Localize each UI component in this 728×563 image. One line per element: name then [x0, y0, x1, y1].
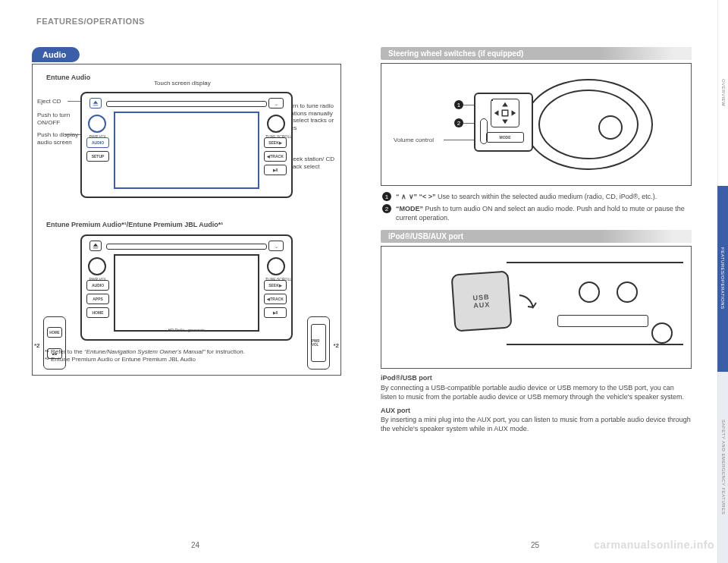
eject-button-icon — [89, 98, 102, 109]
usb-aux-cover: USB AUX — [450, 271, 512, 332]
dash-slot-icon — [557, 315, 648, 327]
side-tab-strip: OVERVIEW FEATURES/OPERATIONS SAFETY AND … — [717, 0, 728, 563]
cd-slot-2 — [106, 244, 267, 250]
corner-button-icon: ⌄ — [268, 98, 284, 109]
right-button-stack-2: SEEK▶ ◀TRACK ▶II — [264, 280, 287, 318]
touch-screen-display-2: HD Radio ●gracenote — [114, 254, 259, 332]
pwr-vol-button-side: PWR VOL — [311, 324, 326, 362]
footnote-1b: for instruction. — [205, 348, 244, 355]
asterisk-2-left: *2 — [34, 342, 40, 349]
aux-label: AUX — [473, 301, 491, 310]
section-bar-usb: iPod®/USB/AUX port — [381, 230, 692, 243]
callout-number-2: 2 — [454, 118, 463, 127]
callout-power: Push to turn ON/OFF — [37, 112, 83, 126]
right-button-stack: SEEK▶ ◀TRACK ▶II — [264, 137, 287, 175]
callout-tune: Turn to tune radio stations manually or … — [286, 102, 337, 131]
track-button-2: ◀TRACK — [264, 294, 287, 304]
side-tab-safety: SAFETY AND EMERGENCY FEATURES — [717, 372, 728, 563]
item-1-body: Use to search within the selected audio … — [438, 193, 657, 200]
arrow-icon — [516, 292, 539, 315]
audio-unit-2: ⌄ PWR·VOL TUNE·SCROLL AUDIO APPS HOME SE… — [80, 234, 293, 341]
ipod-usb-head: iPod®/USB port — [381, 373, 692, 382]
ipod-usb-paragraph: iPod®/USB port By connecting a USB-compa… — [381, 373, 692, 401]
seek-button: SEEK▶ — [264, 137, 287, 148]
playpause-button-2: ▶II — [264, 307, 287, 318]
section-bar-steering: Steering wheel switches (if equipped) — [381, 47, 692, 60]
cd-slot — [106, 101, 267, 107]
apps-button: APPS — [86, 294, 109, 304]
seek-button-2: SEEK▶ — [264, 280, 287, 291]
right-column: Steering wheel switches (if equipped) MO… — [381, 47, 692, 433]
callout-seek: Seek station/ CD track select — [289, 156, 337, 170]
callout-eject: Eject CD — [37, 98, 61, 105]
track-button: ◀TRACK — [264, 151, 287, 162]
tune-scroll-knob-2 — [267, 257, 285, 275]
steering-logo-icon — [598, 115, 623, 140]
item-2-body: Push to turn audio ON and select an audi… — [396, 205, 685, 222]
steering-figure-box: MODE 1 2 Volume control — [381, 63, 692, 186]
item-2-number: 2 — [382, 204, 391, 213]
footnotes: *¹ Refer to the “Entune/Navigation Syste… — [45, 348, 333, 364]
usb-figure: USB AUX — [389, 254, 683, 360]
home-button: HOME — [86, 307, 109, 318]
audio-diagram-box: Entune Audio Touch screen display Eject … — [32, 64, 341, 376]
mode-button: MODE — [486, 132, 524, 143]
tune-scroll-knob — [267, 115, 285, 133]
hd-radio-logo: HD Radio ●gracenote — [168, 328, 205, 332]
steering-body-list: 1 “ ∧ ∨” “< >” Use to search within the … — [382, 192, 692, 222]
steering-item-2: 2 “MODE” Push to turn audio ON and selec… — [382, 204, 692, 222]
unit2-title: Entune Premium Audio*¹/Entune Premium JB… — [46, 221, 333, 228]
direction-pad — [491, 99, 519, 127]
aux-head: AUX port — [381, 406, 692, 415]
aux-paragraph: AUX port By inserting a mini plug into t… — [381, 406, 692, 433]
page-section-header: FEATURES/OPERATIONS — [36, 17, 145, 26]
callout-touchscreen: Touch screen display — [154, 80, 211, 87]
asterisk-2-right: *2 — [333, 342, 339, 349]
side-control-right: PWR VOL — [307, 316, 330, 370]
aux-body: By inserting a mini plug into the AUX po… — [381, 416, 691, 432]
grid-button-side: ■/■ — [47, 348, 62, 359]
svg-rect-0 — [502, 110, 508, 116]
home-button-side: HOME — [47, 327, 62, 338]
callout-number-1: 1 — [454, 100, 463, 109]
ipod-usb-body: By connecting a USB-compatible portable … — [381, 384, 684, 401]
left-column: Audio Entune Audio Touch screen display … — [32, 47, 358, 376]
audio-button: AUDIO — [86, 137, 109, 148]
side-tab-features: FEATURES/OPERATIONS — [717, 186, 728, 372]
side-control-left: HOME ■/■ — [43, 316, 66, 370]
steering-figure: MODE 1 2 Volume control — [389, 71, 683, 178]
steering-item-1: 1 “ ∧ ∨” “< >” Use to search within the … — [382, 192, 692, 201]
footnote-1-italic: “Entune/Navigation System Owner's Manual… — [84, 348, 205, 355]
item-2-head: “MODE” — [396, 205, 423, 212]
item-1-number: 1 — [382, 192, 391, 201]
playpause-button: ▶II — [264, 165, 287, 175]
touch-screen-display — [114, 112, 259, 189]
audio-unit-1: ⌄ PWR·VOL TUNE·SCROLL AUDIO SETUP SEEK▶ … — [80, 92, 293, 198]
page-number-left: 24 — [191, 541, 199, 549]
item-1-head: “ ∧ ∨” “< >” — [396, 193, 436, 200]
power-volume-knob — [88, 115, 106, 133]
steering-switch-panel: MODE — [474, 93, 533, 152]
left-button-stack: AUDIO SETUP — [86, 137, 109, 162]
left-button-stack-2: AUDIO APPS HOME — [86, 280, 109, 318]
footnote-2: *² Entune Premium Audio or Entune Premiu… — [45, 356, 333, 363]
watermark: carmanualsonline.info — [594, 539, 714, 551]
usb-figure-box: USB AUX — [381, 246, 692, 369]
eject-button-2-icon — [89, 241, 102, 251]
volume-control-label: Volume control — [394, 137, 434, 143]
power-volume-knob-2 — [88, 257, 106, 275]
steering-wheel-icon — [524, 79, 653, 170]
audio-button-2: AUDIO — [86, 280, 109, 291]
callout-audio-btn: Push to display audio screen — [37, 131, 83, 146]
audio-heading-pill: Audio — [32, 47, 80, 62]
setup-button: SETUP — [86, 151, 109, 162]
page-number-right: 25 — [531, 541, 539, 549]
corner-button-2-icon: ⌄ — [268, 241, 284, 251]
side-tab-overview: OVERVIEW — [717, 0, 728, 186]
